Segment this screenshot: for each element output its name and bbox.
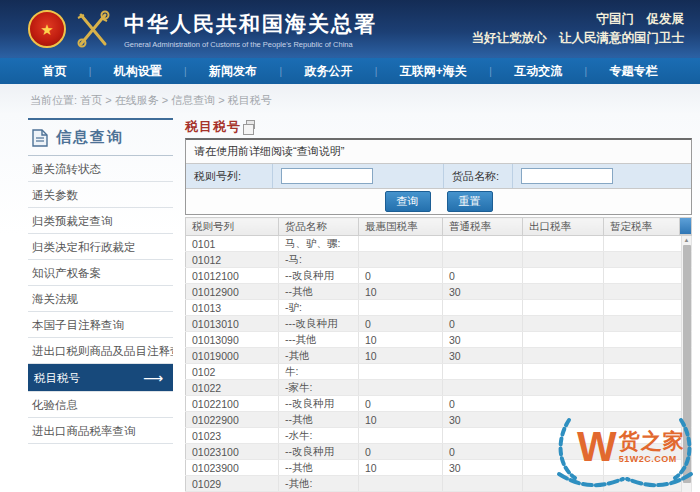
- nav-separator: |: [585, 66, 588, 77]
- table-cell: 01022: [186, 380, 279, 396]
- table-cell: 0: [359, 316, 443, 332]
- breadcrumb-separator: >: [102, 94, 115, 106]
- sidebar-item[interactable]: 通关流转状态: [28, 156, 173, 182]
- sidebar-item[interactable]: 知识产权备案: [28, 260, 173, 286]
- sidebar-item[interactable]: 归类决定和行政裁定: [28, 234, 173, 260]
- scrollbar-top-box: [679, 217, 692, 235]
- table-cell: 01023: [186, 428, 279, 444]
- table-cell: 01022100: [186, 396, 279, 412]
- table-cell: [359, 380, 443, 396]
- nav-separator: |: [375, 66, 378, 77]
- table-row: 01023900--其他1030: [186, 460, 692, 476]
- nav-item-6[interactable]: 互动交流: [514, 63, 562, 80]
- reset-button[interactable]: 重置: [447, 191, 493, 212]
- sidebar-item-label: 海关法规: [32, 293, 78, 305]
- table-cell: [523, 332, 604, 348]
- table-cell: [523, 460, 604, 476]
- nav-item-5[interactable]: 互联网+海关: [400, 63, 467, 80]
- table-row: 01023100--改良种用00: [186, 444, 692, 460]
- table-cell: [523, 300, 604, 316]
- tariff-table-body: 0101马、驴、骡:01012-马:01012100--改良种用00010129…: [186, 236, 692, 492]
- table-cell: [443, 252, 523, 268]
- nav-separator: |: [489, 66, 492, 77]
- table-scrollbar: ▲: [679, 217, 692, 492]
- sidebar-item[interactable]: 海关法规: [28, 286, 173, 312]
- table-cell: 01022900: [186, 412, 279, 428]
- panel-title-row: 税目税号: [185, 118, 692, 135]
- table-row: 01022100--改良种用00: [186, 396, 692, 412]
- column-header: 税则号列: [186, 218, 279, 236]
- table-cell: 0: [443, 268, 523, 284]
- banner-slogans: 守国门 促发展 当好让党放心 让人民满意的国门卫士: [472, 10, 691, 49]
- table-row: 01013-驴:: [186, 300, 692, 316]
- query-button[interactable]: 查询: [385, 191, 431, 212]
- sidebar-item[interactable]: 进出口税则商品及品目注释查询: [28, 338, 173, 364]
- slogan-line-1: 守国门 促发展: [472, 10, 685, 29]
- sidebar-item-label: 税目税号: [34, 364, 80, 392]
- table-cell: [359, 428, 443, 444]
- table-cell: [443, 364, 523, 380]
- query-box: 请在使用前详细阅读“查询说明” 税则号列: 货品名称: 查询 重置: [185, 138, 692, 215]
- sidebar-item[interactable]: 通关参数: [28, 182, 173, 208]
- scrollbar-thumb[interactable]: [683, 245, 691, 483]
- table-cell: 01012: [186, 252, 279, 268]
- table-cell: 0: [359, 444, 443, 460]
- goods-name-label: 货品名称:: [444, 164, 513, 188]
- sidebar-item[interactable]: 进出口商品税率查询: [28, 418, 173, 444]
- table-cell: [523, 348, 604, 364]
- table-cell: [523, 412, 604, 428]
- table-cell: 牛:: [279, 364, 359, 380]
- nav-item-7[interactable]: 专题专栏: [610, 63, 658, 80]
- table-cell: --其他: [279, 284, 359, 300]
- breadcrumb-item[interactable]: 首页: [80, 94, 102, 106]
- sidebar-item[interactable]: 化验信息: [28, 392, 173, 418]
- sidebar-item-active[interactable]: 税目税号⟶: [28, 364, 173, 392]
- table-cell: 01012900: [186, 284, 279, 300]
- scroll-up-icon[interactable]: ▲: [682, 236, 691, 244]
- table-cell: [359, 236, 443, 252]
- main-nav: 首页|机构设置|新闻发布|政务公开|互联网+海关|互动交流|专题专栏: [0, 58, 700, 84]
- site-header: ★ 中华人民共和国海关总署 General Administration of …: [0, 0, 700, 58]
- breadcrumb-label: 当前位置:: [30, 94, 80, 106]
- table-cell: 0: [443, 444, 523, 460]
- nav-item-4[interactable]: 政务公开: [304, 63, 352, 80]
- star-icon: ★: [40, 22, 53, 37]
- breadcrumb-item[interactable]: 在线服务: [115, 94, 159, 106]
- tariff-no-input[interactable]: [281, 168, 373, 184]
- breadcrumb-item[interactable]: 信息查询: [171, 94, 215, 106]
- table-cell: -其他: [279, 348, 359, 364]
- button-row: 查询 重置: [186, 189, 691, 214]
- table-cell: 10: [359, 460, 443, 476]
- table-cell: --改良种用: [279, 268, 359, 284]
- table-cell: 0101: [186, 236, 279, 252]
- table-row: 0102牛:: [186, 364, 692, 380]
- sidebar-item-label: 进出口税则商品及品目注释查询: [32, 345, 173, 357]
- sidebar-header: 信息查询: [28, 118, 173, 156]
- nav-item-2[interactable]: 机构设置: [114, 63, 162, 80]
- page-title: 税目税号: [185, 118, 241, 136]
- sidebar-item[interactable]: 本国子目注释查询: [28, 312, 173, 338]
- scrollbar-track[interactable]: ▲: [681, 236, 691, 492]
- nav-item-1[interactable]: 首页: [42, 63, 66, 80]
- table-cell: [523, 284, 604, 300]
- table-cell: 01029: [186, 476, 279, 492]
- content-area: 信息查询 通关流转状态通关参数归类预裁定查询归类决定和行政裁定知识产权备案海关法…: [0, 114, 700, 492]
- goods-name-input[interactable]: [521, 168, 613, 184]
- table-row: 01019000-其他1030: [186, 348, 692, 364]
- table-row: 01013010---改良种用00: [186, 316, 692, 332]
- table-cell: [523, 444, 604, 460]
- table-cell: 30: [443, 284, 523, 300]
- tariff-no-cell: [273, 164, 444, 188]
- sidebar-item[interactable]: 归类预裁定查询: [28, 208, 173, 234]
- document-icon: [32, 129, 48, 147]
- query-form: 税则号列: 货品名称:: [186, 164, 691, 189]
- breadcrumb: 当前位置: 首页 > 在线服务 > 信息查询 > 税目税号: [0, 84, 700, 114]
- table-cell: [443, 380, 523, 396]
- table-cell: 01013010: [186, 316, 279, 332]
- sidebar-item-label: 通关流转状态: [32, 163, 101, 175]
- table-row: 0101马、驴、骡:: [186, 236, 692, 252]
- copy-icon: [246, 120, 255, 129]
- nav-item-3[interactable]: 新闻发布: [209, 63, 257, 80]
- table-cell: ---其他: [279, 332, 359, 348]
- slogan-line-2: 当好让党放心 让人民满意的国门卫士: [472, 29, 685, 48]
